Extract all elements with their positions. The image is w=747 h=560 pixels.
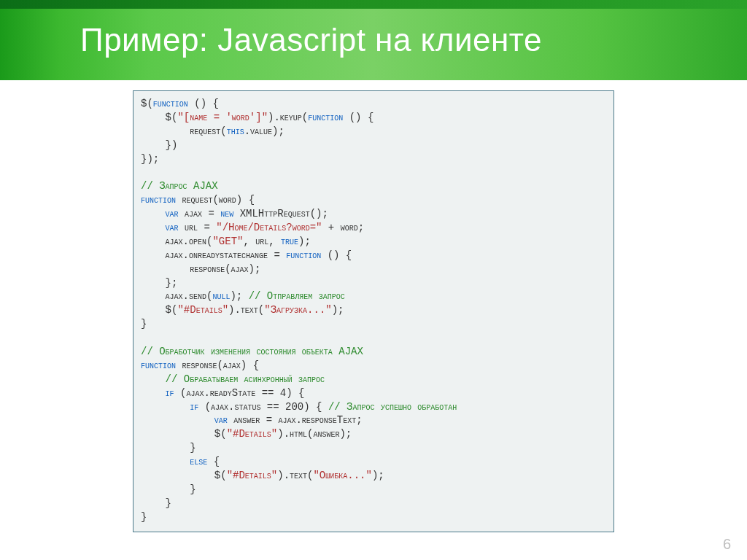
code-token: }); [141,153,159,165]
code-token: // Обрабатываем асинхронный запрос [141,373,325,385]
code-token: ).text( [228,304,264,316]
code-token: null [212,290,230,302]
code-token: function [308,112,343,123]
code-token: ajax.send( [141,290,212,302]
code-block: $(function () { $("[name = 'word']").key… [133,90,614,532]
code-token: XMLHttpRequest(); [233,208,328,219]
code-token: "#Details" [177,304,228,316]
code-token: ajax = [179,208,221,219]
code-token [141,387,166,399]
code-token: }) [141,139,177,151]
code-token [141,208,166,219]
code-token [141,222,166,233]
code-token: var [166,208,179,219]
code-token: answer = ajax.responseText; [228,414,363,426]
code-token: $( [141,428,227,440]
code-token: .value); [244,125,285,137]
code-token: if [166,387,174,399]
code-token: ); [230,290,248,302]
code-token: } [141,511,147,523]
code-token: function [141,194,176,206]
code-token: response(ajax) { [176,359,259,371]
code-token: url = [179,222,217,233]
code-token: (ajax.status == 200) { [198,401,328,413]
code-token: "/Home/Details?word=" [216,222,322,233]
code-token: this [227,125,244,137]
code-token: // Запрос AJAX [141,180,218,192]
code-token: ajax.open( [141,236,212,247]
code-token [141,401,190,413]
slide-title: Пример: Javascript на клиенте [80,22,542,58]
code-token: ).text( [277,470,313,481]
code-token: request( [141,125,227,137]
code-token: "#Details" [227,428,278,440]
code-token: else [190,456,207,467]
code-token [141,456,190,467]
code-token: $( [141,112,177,123]
code-token: } [141,442,196,454]
code-token: ); [372,470,384,481]
code-token: // Обработчик изменения состояния объект… [141,346,363,357]
code-token: () { [188,98,219,109]
page-number: 6 [723,536,731,553]
code-token: function [286,249,321,261]
code-token: ).keyup( [268,112,308,123]
code-token: function [141,359,176,371]
code-token: true [281,236,298,247]
code-token: } [141,497,171,509]
code-token: var [214,414,228,426]
code-token: "Ошибка..." [313,470,371,481]
code-token: ); [298,236,311,247]
code-token: $( [141,98,153,109]
code-token: response(ajax); [141,263,260,275]
code-token: () { [321,249,352,261]
code-token: { [207,456,220,467]
code-token: request(word) { [176,194,255,206]
code-token: } [141,318,147,330]
code-token: + word; [322,222,364,233]
code-token: }; [141,277,177,289]
code-token: "#Details" [227,470,278,481]
code-token: function [153,98,188,109]
code-token [141,414,214,426]
title-band: Пример: Javascript на клиенте [0,0,747,80]
code-token: $( [141,470,227,481]
code-token: } [141,483,196,495]
code-token: new [220,208,233,219]
code-token: // Отправляем запрос [249,290,345,302]
code-token: "GET" [212,236,243,247]
code-token: var [166,222,179,233]
code-token: ).html(answer); [277,428,352,440]
code-token: $( [141,304,177,316]
code-token: ajax.onreadystatechange = [141,249,286,261]
code-token: "Загрузка..." [264,304,331,316]
code-token: // Запрос успешно обработан [328,401,457,413]
code-token: () { [343,112,374,123]
code-token: ); [332,304,344,316]
code-token: if [190,401,198,413]
code-token: (ajax.readyState == 4) { [174,387,305,399]
code-token: , url, [243,236,281,247]
code-token: "[name = 'word']" [177,112,268,123]
